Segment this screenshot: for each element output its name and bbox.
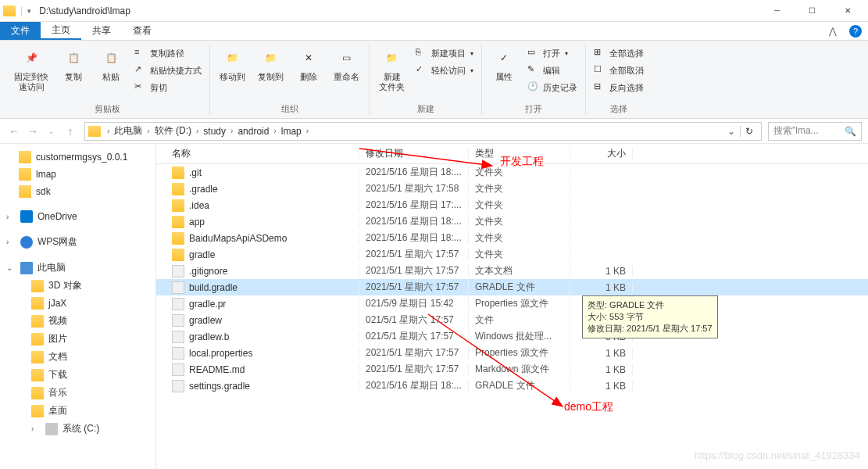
sidebar-item[interactable]: jJaX bbox=[0, 295, 155, 312]
tab-share[interactable]: 共享 bbox=[81, 22, 122, 40]
paste-button[interactable]: 📋 粘贴 bbox=[94, 44, 128, 84]
collapse-ribbon-icon[interactable]: ⋀ bbox=[829, 26, 837, 37]
folder-icon bbox=[172, 232, 184, 245]
sidebar-item[interactable]: 视频 bbox=[0, 312, 155, 330]
edit-button[interactable]: ✎编辑 bbox=[524, 63, 580, 78]
pin-button[interactable]: 📌 固定到快 速访问 bbox=[9, 44, 53, 94]
sidebar-item[interactable]: 下载 bbox=[0, 366, 155, 384]
breadcrumb-dropdown-icon[interactable]: ⌄ bbox=[723, 126, 740, 137]
file-type: 文本文档 bbox=[469, 264, 570, 277]
copyto-button[interactable]: 📁复制到 bbox=[253, 44, 288, 84]
file-row[interactable]: .idea2021/5/16 星期日 17:...文件夹 bbox=[156, 197, 868, 213]
delete-button[interactable]: ✕删除 bbox=[291, 44, 326, 84]
file-row[interactable]: settings.gradle2021/5/16 星期日 18:...GRADL… bbox=[156, 378, 868, 394]
sidebar-item[interactable]: customermgsys_0.0.1 bbox=[0, 149, 155, 166]
open-button[interactable]: ▭打开▾ bbox=[524, 45, 580, 61]
file-row[interactable]: .gitignore2021/5/1 星期六 17:57文本文档1 KB bbox=[156, 263, 868, 279]
sidebar[interactable]: customermgsys_0.0.1lmapsdk›OneDrive›WPS网… bbox=[0, 144, 156, 469]
tab-file[interactable]: 文件 bbox=[0, 22, 41, 40]
folder-icon bbox=[172, 249, 184, 261]
sidebar-item[interactable]: 音乐 bbox=[0, 384, 155, 402]
col-type-header[interactable]: 类型 bbox=[469, 147, 570, 160]
selectnone-icon: ☐ bbox=[594, 64, 606, 77]
sidebar-item[interactable]: 桌面 bbox=[0, 402, 155, 420]
column-headers: 名称 修改日期 类型 大小 bbox=[156, 144, 868, 164]
titlebar-qat: | ▾ bbox=[3, 5, 31, 16]
close-button[interactable]: ✕ bbox=[830, 0, 865, 22]
file-row[interactable]: .git2021/5/16 星期日 18:...文件夹 bbox=[156, 164, 868, 181]
tab-home[interactable]: 主页 bbox=[41, 22, 81, 40]
file-row[interactable]: gradle2021/5/1 星期六 17:57文件夹 bbox=[156, 246, 868, 263]
moveto-button[interactable]: 📁移动到 bbox=[215, 44, 250, 84]
sidebar-item[interactable]: ›WPS网盘 bbox=[0, 233, 155, 251]
file-row[interactable]: README.md2021/5/1 星期六 17:57Markdown 源文件1… bbox=[156, 361, 868, 378]
file-row[interactable]: local.properties2021/5/1 星期六 17:57Proper… bbox=[156, 345, 868, 361]
paste-shortcut-button[interactable]: ↗粘贴快捷方式 bbox=[131, 63, 205, 78]
expander-icon[interactable]: › bbox=[31, 424, 41, 433]
cut-button[interactable]: ✂剪切 bbox=[131, 80, 205, 95]
file-row[interactable]: gradlew021/5/1 星期六 17:57文件6 KB bbox=[156, 312, 868, 328]
selectnone-button[interactable]: ☐全部取消 bbox=[591, 63, 647, 78]
tree-icon bbox=[45, 423, 58, 435]
sidebar-item[interactable]: lmap bbox=[0, 166, 155, 183]
back-button[interactable]: ← bbox=[6, 124, 22, 139]
tab-view[interactable]: 查看 bbox=[122, 22, 163, 40]
file-row[interactable]: gradlew.b021/5/1 星期六 17:57Windows 批处理...… bbox=[156, 328, 868, 345]
file-row[interactable]: app2021/5/16 星期日 18:...文件夹 bbox=[156, 213, 868, 230]
sidebar-item[interactable]: 文档 bbox=[0, 348, 155, 366]
minimize-button[interactable]: ─ bbox=[759, 0, 795, 22]
qat-dropdown-icon[interactable]: ▾ bbox=[27, 7, 31, 15]
history-button[interactable]: 🕐历史记录 bbox=[524, 80, 580, 95]
col-date-header[interactable]: 修改日期 bbox=[359, 147, 469, 160]
crumb[interactable]: study bbox=[200, 126, 229, 137]
crumb[interactable]: 此电脑 bbox=[111, 124, 145, 138]
easyaccess-button[interactable]: ✓轻松访问▾ bbox=[413, 63, 477, 78]
sidebar-item[interactable]: sdk bbox=[0, 183, 155, 200]
tree-icon bbox=[31, 387, 44, 399]
expander-icon[interactable]: ⌄ bbox=[6, 263, 16, 272]
up-button[interactable]: ↑ bbox=[63, 124, 78, 139]
file-row[interactable]: .gradle2021/5/1 星期六 17:58文件夹 bbox=[156, 181, 868, 197]
refresh-icon[interactable]: ↻ bbox=[740, 126, 758, 137]
copy-button[interactable]: 📋 复制 bbox=[56, 44, 91, 84]
sidebar-item[interactable]: 3D 对象 bbox=[0, 277, 155, 295]
sidebar-item[interactable]: 图片 bbox=[0, 330, 155, 348]
expander-icon[interactable]: › bbox=[6, 213, 16, 221]
file-size: 1 KB bbox=[570, 381, 633, 392]
recent-dropdown[interactable]: ⌄ bbox=[44, 124, 59, 139]
sidebar-item[interactable]: ⌄此电脑 bbox=[0, 259, 155, 277]
breadcrumb[interactable]: › 此电脑 › 软件 (D:) › study › android › lmap… bbox=[84, 122, 762, 141]
search-input[interactable]: 搜索"lma... 🔍 bbox=[768, 122, 862, 141]
help-icon[interactable]: ? bbox=[849, 25, 862, 38]
crumb[interactable]: android bbox=[234, 126, 272, 137]
crumb[interactable]: lmap bbox=[278, 126, 305, 137]
file-icon bbox=[172, 314, 184, 327]
invertsel-button[interactable]: ⊟反向选择 bbox=[591, 80, 647, 95]
file-date: 2021/5/16 星期日 18:... bbox=[359, 166, 469, 179]
properties-button[interactable]: ✓属性 bbox=[487, 44, 521, 84]
file-name: app bbox=[189, 217, 205, 227]
file-row[interactable]: gradle.pr021/5/9 星期日 15:42Properties 源文件… bbox=[156, 295, 868, 312]
file-name: gradlew bbox=[189, 315, 222, 326]
file-row[interactable]: build.gradle2021/5/1 星期六 17:57GRADLE 文件1… bbox=[156, 279, 868, 295]
file-date: 2021/5/1 星期六 17:57 bbox=[359, 363, 469, 376]
crumb-sep-icon[interactable]: › bbox=[105, 127, 111, 135]
file-row[interactable]: BaiduMapsApiASDemo2021/5/16 星期日 18:...文件… bbox=[156, 230, 868, 246]
rename-button[interactable]: ▭重命名 bbox=[329, 44, 364, 84]
maximize-button[interactable]: ☐ bbox=[795, 0, 830, 22]
expander-icon[interactable]: › bbox=[6, 238, 16, 246]
watermark: https://blog.csdn.net/sinat_41928334 bbox=[695, 449, 861, 461]
crumb[interactable]: 软件 (D:) bbox=[152, 124, 195, 138]
sidebar-item[interactable]: ›系统 (C:) bbox=[0, 420, 155, 438]
file-type: 文件夹 bbox=[469, 199, 570, 212]
col-size-header[interactable]: 大小 bbox=[570, 147, 633, 160]
forward-button[interactable]: → bbox=[25, 124, 41, 139]
newitem-button[interactable]: ⎘新建项目▾ bbox=[413, 45, 477, 61]
col-name-header[interactable]: 名称 bbox=[156, 147, 359, 160]
sidebar-item[interactable]: ›OneDrive bbox=[0, 208, 155, 225]
copy-path-button[interactable]: ≡复制路径 bbox=[131, 45, 205, 61]
newfolder-button[interactable]: 📁新建 文件夹 bbox=[374, 44, 409, 94]
file-icon bbox=[172, 380, 184, 392]
file-list[interactable]: 名称 修改日期 类型 大小 .git2021/5/16 星期日 18:...文件… bbox=[156, 144, 868, 469]
selectall-button[interactable]: ⊞全部选择 bbox=[591, 45, 647, 61]
